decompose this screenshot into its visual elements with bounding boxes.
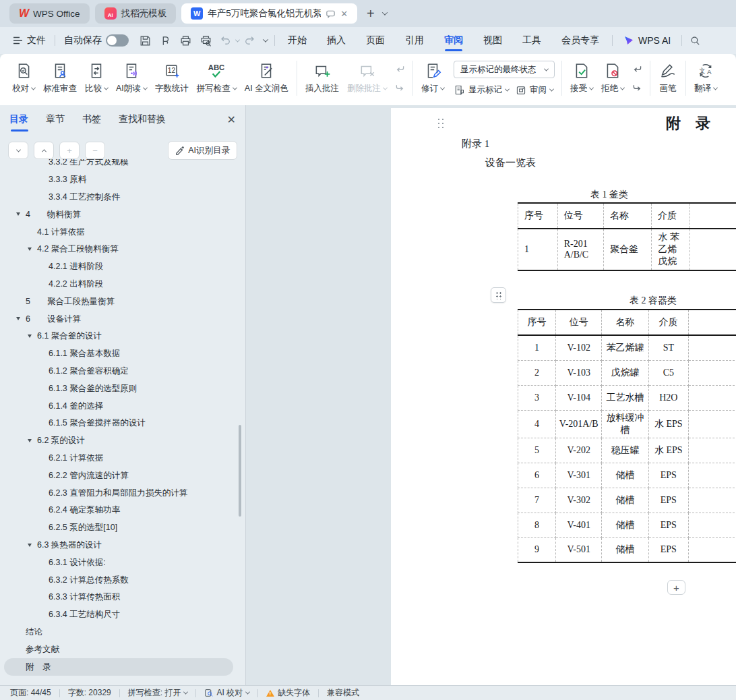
ai-proofread-status[interactable]: AI 校对 [196,687,257,699]
toc-expand-arrow-icon[interactable] [28,439,32,442]
word-count-button[interactable]: 12 字数统计 [151,59,193,96]
tab-reference[interactable]: 引用 [395,27,434,54]
table-header-cell[interactable] [688,310,736,335]
toc-item[interactable]: 附 录 [4,658,233,676]
table-cell[interactable]: 8 [518,513,556,537]
table-cell[interactable] [688,463,736,488]
toc-item[interactable]: 6.3 换热器的设计 [0,537,237,554]
previous-revision-button[interactable] [630,62,644,76]
table-cell[interactable]: 戊烷罐 [602,360,648,385]
next-revision-button[interactable] [630,81,644,94]
table-cell[interactable]: 水 EPS [648,438,688,463]
compat-mode-indicator[interactable]: 兼容模式 [319,687,367,699]
reviewer-button[interactable]: 审阅 [516,84,553,96]
table2-caption[interactable]: 表 2 容器类 [630,295,677,307]
toc-collapse-button[interactable] [34,142,54,159]
spellcheck-status[interactable]: 拼写检查: 打开 [120,687,196,699]
table-cell[interactable]: 1 [518,335,556,360]
table-cell[interactable]: 9 [518,537,556,562]
sidebar-scrollbar[interactable] [239,425,241,517]
table1-caption[interactable]: 表 1 釜类 [590,189,628,201]
table-header-cell[interactable]: 序号 [518,203,558,229]
translate-button[interactable]: 文A 翻译 [690,59,721,96]
toc-item[interactable]: 4.2.1 进料阶段 [0,258,237,276]
table-cell[interactable] [688,537,736,562]
toc-expand-arrow-icon[interactable] [16,317,20,320]
table-cell[interactable]: 5 [518,438,556,463]
table-cell[interactable]: 3 [518,385,556,410]
insert-comment-button[interactable]: 插入批注 [301,59,343,96]
toc-demote-button[interactable]: − [85,142,105,159]
table-cell[interactable]: V-202 [556,438,602,463]
table-cell[interactable]: V-103 [556,360,602,385]
tab-insert[interactable]: 插入 [317,27,356,54]
table-header-cell[interactable] [689,203,736,229]
search-button[interactable] [685,31,705,50]
show-markup-button[interactable]: 显示标记 [454,84,509,96]
tab-membership[interactable]: 会员专享 [551,27,609,54]
table-cell[interactable]: 聚合釜 [603,229,651,270]
tab-view[interactable]: 视图 [473,27,512,54]
table-cell[interactable]: 6 [518,463,556,488]
toc-viewport[interactable]: 3.3.2 生产方式及规模3.3.3 原料3.3.4 工艺控制条件4 物料衡算4… [0,159,237,676]
sidebar-close-icon[interactable]: ✕ [227,113,236,132]
spell-check-button[interactable]: ABC 拼写检查 [193,59,241,96]
toc-item[interactable]: 6.1.5 聚合釜搅拌器的设计 [0,415,237,432]
toolbar-more-chevron-icon[interactable] [263,36,268,42]
word-count-indicator[interactable]: 字数: 20329 [60,687,119,699]
wps-home-tab[interactable]: W WPS Office [9,3,90,24]
sidebar-tab-toc[interactable]: 目录 [9,113,28,132]
sidebar-tab-chapters[interactable]: 章节 [46,113,65,132]
toc-item[interactable]: 4 物料衡算 [0,206,237,223]
toc-item[interactable]: 6.1.2 聚合釜容积确定 [0,363,237,380]
document-tab[interactable]: W 年产5万吨聚合氯化铝无机絮凝 ✕ [181,3,357,24]
doc-table-kettles[interactable]: 序号位号名称介质1R-201 A/B/C聚合釜水 苯乙烯 戊烷 [518,202,736,271]
toc-item[interactable]: 5 聚合工段热量衡算 [0,293,237,310]
redo-button[interactable] [239,31,259,50]
toc-promote-button[interactable]: + [59,142,80,159]
track-changes-button[interactable]: 修订 [417,59,448,96]
save-button[interactable] [135,31,155,50]
table-cell[interactable]: 1 [518,229,558,270]
table-cell[interactable]: H2O [648,385,688,410]
toc-item[interactable]: 6.2.5 泵的选型[10] [0,519,237,537]
comment-bubble-icon[interactable] [326,9,336,19]
doc-heading-appendix[interactable]: 附 录 [666,113,710,134]
toc-item[interactable]: 3.3.2 生产方式及规模 [0,159,237,171]
ai-polish-button[interactable]: AI 全文润色 [241,59,293,96]
table-cell[interactable] [688,438,736,463]
table-cell[interactable]: V-401 [556,513,602,537]
table-cell[interactable]: V-302 [556,488,602,513]
toc-item[interactable]: 4.2 聚合工段物料衡算 [0,241,237,258]
accept-button[interactable]: 接受 [566,59,597,96]
toc-item[interactable]: 6.2 泵的设计 [0,432,237,450]
toc-expand-arrow-icon[interactable] [28,544,32,547]
document-page[interactable]: 附 录 附录 1 设备一览表 表 1 釜类 序号位号名称介质1R-201 A/B… [391,108,736,685]
table-header-cell[interactable]: 位号 [556,310,602,335]
new-tab-button[interactable]: + [367,6,375,22]
toc-item[interactable]: 6.1.1 聚合基本数据 [0,345,237,363]
table-cell[interactable]: 储槽 [602,513,648,537]
markup-state-combobox[interactable]: 显示标记的最终状态 [454,61,555,78]
toc-item[interactable]: 3.3.3 原料 [0,171,237,189]
table-cell[interactable]: 水 苯乙烯 戊烷 [652,229,689,270]
table-cell[interactable]: 放料缓冲槽 [602,410,648,438]
toc-item[interactable]: 6.3.4 工艺结构尺寸 [0,606,237,624]
toc-item[interactable]: 3.3.4 工艺控制条件 [0,189,237,206]
toc-item[interactable]: 6.1.3 聚合釜的选型原则 [0,380,237,397]
table-cell[interactable]: 7 [518,488,556,513]
toc-item[interactable]: 6.2.1 计算依据 [0,450,237,467]
paragraph-drag-handle-icon[interactable] [437,117,445,129]
table-cell[interactable] [688,385,736,410]
table-cell[interactable] [688,360,736,385]
print-button[interactable] [175,31,195,50]
brush-button[interactable]: 画笔 [654,59,681,96]
table-cell[interactable]: V-501 [556,537,602,562]
page-indicator[interactable]: 页面: 44/45 [10,687,59,699]
toc-item[interactable]: 6.1.4 釜的选择 [0,397,237,415]
table-cell[interactable] [689,229,736,270]
compare-button[interactable]: 比较 [81,59,112,96]
ai-read-button[interactable]: AI朗读 [112,59,151,96]
missing-font-warning[interactable]: 缺失字体 [258,687,318,699]
file-menu-button[interactable]: 文件 [7,27,52,54]
